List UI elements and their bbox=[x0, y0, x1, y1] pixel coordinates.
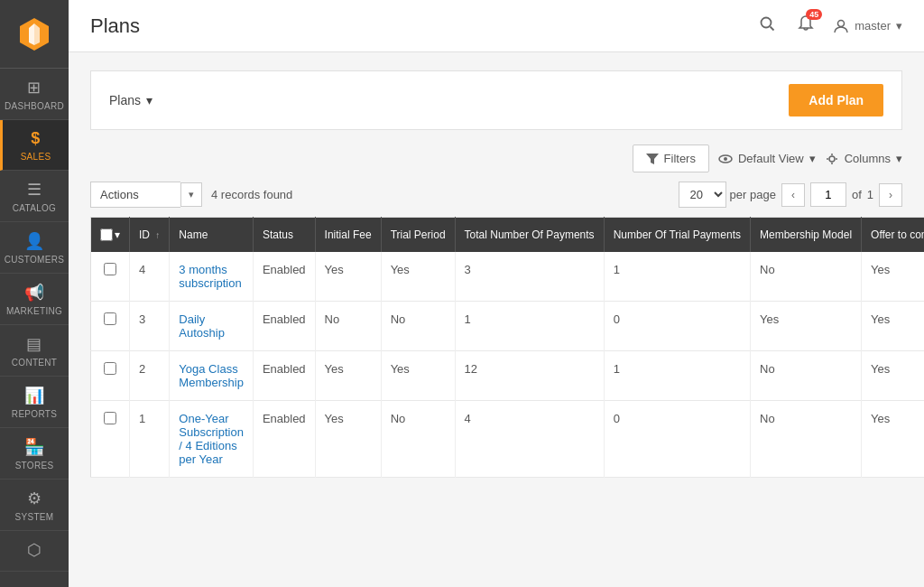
row-trial-payments-1: 0 bbox=[604, 302, 750, 351]
th-membership-model[interactable]: Membership Model bbox=[751, 218, 862, 253]
filters-button[interactable]: Filters bbox=[633, 144, 709, 172]
row-initial-fee-2: Yes bbox=[315, 351, 381, 401]
row-checkbox-1[interactable] bbox=[104, 312, 116, 325]
th-status[interactable]: Status bbox=[253, 218, 315, 253]
row-name-link-0[interactable]: 3 months subscription bbox=[179, 263, 241, 290]
plans-breadcrumb-label: Plans bbox=[109, 93, 141, 107]
row-trial-payments-3: 0 bbox=[604, 401, 750, 478]
select-all-checkbox[interactable] bbox=[100, 228, 113, 241]
pagination: 20 per page ‹ of 1 › bbox=[679, 182, 902, 208]
search-button[interactable] bbox=[755, 12, 779, 40]
columns-label: Columns bbox=[845, 152, 891, 165]
user-name: master bbox=[855, 19, 891, 33]
row-initial-fee-0: Yes bbox=[315, 252, 381, 302]
row-checkbox-cell bbox=[91, 252, 130, 302]
notification-button[interactable]: 45 bbox=[793, 11, 818, 41]
sidebar-item-sales-label: SALES bbox=[21, 152, 51, 163]
row-checkbox-cell bbox=[91, 351, 130, 401]
row-name-link-3[interactable]: One-Year Subscription / 4 Editions per Y… bbox=[179, 412, 244, 466]
row-name-0: 3 months subscription bbox=[170, 252, 254, 302]
row-checkbox-2[interactable] bbox=[104, 362, 116, 375]
user-dropdown-icon: ▾ bbox=[896, 19, 902, 33]
th-checkbox: ▾ bbox=[91, 218, 130, 253]
columns-button[interactable]: Columns ▾ bbox=[825, 152, 902, 165]
th-trial-payments[interactable]: Number Of Trial Payments bbox=[604, 218, 750, 253]
th-total-payments[interactable]: Total Number Of Payments bbox=[455, 218, 604, 253]
th-membership-model-label: Membership Model bbox=[760, 228, 852, 241]
sidebar-item-catalog[interactable]: ☰ CATALOG bbox=[0, 171, 69, 222]
row-total-payments-1: 1 bbox=[455, 302, 604, 351]
row-total-payments-3: 4 bbox=[455, 401, 604, 478]
row-name-2: Yoga Class Membership bbox=[170, 351, 254, 401]
row-offer-continue-2: Yes bbox=[862, 351, 924, 401]
row-membership-model-0: No bbox=[751, 252, 862, 302]
actions-row: Actions ▾ 4 records found 20 per page ‹ … bbox=[90, 182, 902, 208]
row-name-link-1[interactable]: Daily Autoship bbox=[179, 312, 225, 340]
svg-point-8 bbox=[724, 157, 727, 161]
th-checkbox-dropdown[interactable]: ▾ bbox=[115, 228, 120, 241]
add-plan-button[interactable]: Add Plan bbox=[789, 84, 883, 116]
sidebar-item-sales[interactable]: $ SALES bbox=[0, 120, 69, 171]
sidebar-item-extensions[interactable]: ⬡ bbox=[0, 531, 69, 572]
stores-icon: 🏪 bbox=[24, 437, 44, 457]
plans-breadcrumb-button[interactable]: Plans ▾ bbox=[109, 93, 152, 107]
records-found: 4 records found bbox=[211, 188, 292, 201]
system-icon: ⚙ bbox=[27, 489, 42, 508]
sidebar-item-content[interactable]: ▤ CONTENT bbox=[0, 325, 69, 377]
sidebar-item-dashboard-label: DASHBOARD bbox=[5, 101, 64, 112]
id-sort-icon: ↑ bbox=[155, 230, 160, 240]
row-initial-fee-3: Yes bbox=[315, 401, 381, 478]
row-checkbox-0[interactable] bbox=[104, 263, 116, 275]
gear-icon bbox=[825, 153, 839, 165]
page-total: 1 bbox=[867, 188, 873, 201]
row-offer-continue-1: Yes bbox=[862, 302, 924, 351]
svg-point-9 bbox=[829, 156, 835, 162]
th-trial-period-label: Trial Period bbox=[391, 228, 446, 241]
notification-badge: 45 bbox=[806, 9, 822, 20]
page-number-input[interactable] bbox=[810, 182, 846, 207]
actions-dropdown-button[interactable]: ▾ bbox=[180, 182, 202, 207]
user-menu-button[interactable]: master ▾ bbox=[833, 18, 902, 34]
sidebar-item-system[interactable]: ⚙ SYSTEM bbox=[0, 480, 69, 531]
default-view-button[interactable]: Default View ▾ bbox=[718, 152, 816, 165]
row-trial-period-3: No bbox=[381, 401, 455, 478]
row-name-link-2[interactable]: Yoga Class Membership bbox=[179, 362, 244, 389]
filter-toolbar: Filters Default View ▾ Columns bbox=[90, 144, 902, 172]
th-offer-continue[interactable]: Offer to continue subscription bbox=[862, 218, 924, 253]
per-page-select[interactable]: 20 bbox=[679, 182, 726, 208]
row-status-2: Enabled bbox=[253, 351, 315, 401]
sidebar-item-customers[interactable]: 👤 CUSTOMERS bbox=[0, 222, 69, 274]
filters-label: Filters bbox=[664, 152, 696, 165]
th-name-label: Name bbox=[179, 228, 208, 241]
th-trial-period[interactable]: Trial Period bbox=[381, 218, 455, 253]
row-status-3: Enabled bbox=[253, 401, 315, 478]
th-total-payments-label: Total Number Of Payments bbox=[465, 228, 595, 241]
per-page-wrap: 20 per page bbox=[679, 182, 776, 208]
row-id-1: 3 bbox=[130, 302, 170, 351]
row-offer-continue-0: Yes bbox=[862, 252, 924, 302]
page-title: Plans bbox=[90, 14, 140, 38]
row-id-0: 4 bbox=[130, 252, 170, 302]
row-initial-fee-1: No bbox=[315, 302, 381, 351]
actions-select[interactable]: Actions bbox=[90, 182, 180, 208]
sidebar: ⊞ DASHBOARD $ SALES ☰ CATALOG 👤 CUSTOMER… bbox=[0, 0, 69, 587]
sidebar-item-reports[interactable]: 📊 REPORTS bbox=[0, 377, 69, 428]
sales-icon: $ bbox=[31, 129, 40, 148]
plans-breadcrumb-arrow: ▾ bbox=[146, 93, 152, 107]
th-initial-fee-label: Initial Fee bbox=[325, 228, 372, 241]
th-offer-continue-label: Offer to continue subscription bbox=[871, 228, 924, 241]
sidebar-item-dashboard[interactable]: ⊞ DASHBOARD bbox=[0, 69, 69, 120]
sidebar-item-marketing[interactable]: 📢 MARKETING bbox=[0, 274, 69, 325]
marketing-icon: 📢 bbox=[24, 283, 44, 303]
next-page-button[interactable]: › bbox=[879, 183, 902, 207]
columns-dropdown-icon: ▾ bbox=[896, 152, 902, 165]
actions-left: Actions ▾ 4 records found bbox=[90, 182, 292, 208]
row-membership-model-2: No bbox=[751, 351, 862, 401]
prev-page-button[interactable]: ‹ bbox=[781, 183, 805, 207]
th-name[interactable]: Name bbox=[170, 218, 254, 253]
sidebar-item-stores[interactable]: 🏪 STORES bbox=[0, 428, 69, 480]
row-checkbox-3[interactable] bbox=[104, 412, 116, 424]
th-initial-fee[interactable]: Initial Fee bbox=[315, 218, 381, 253]
reports-icon: 📊 bbox=[24, 386, 44, 405]
th-id[interactable]: ID ↑ bbox=[130, 218, 170, 253]
